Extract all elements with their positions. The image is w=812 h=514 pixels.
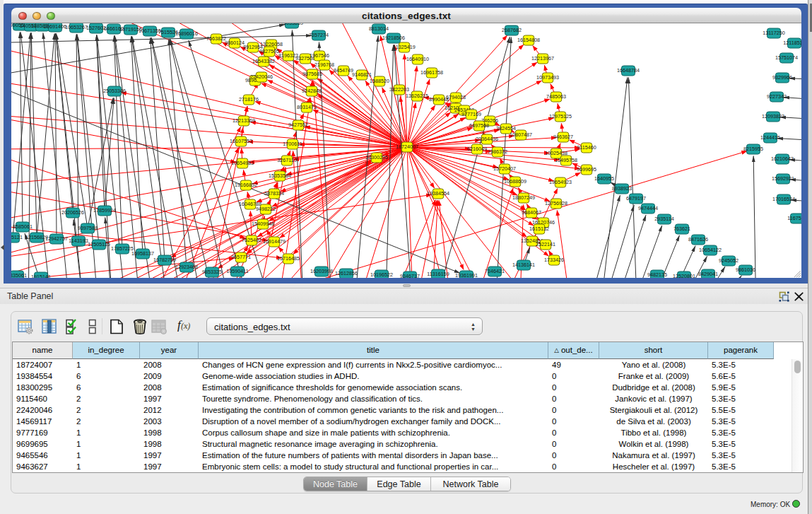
graph-node[interactable]: 1244415 xyxy=(760,133,780,143)
graph-node[interactable]: 1167533 xyxy=(787,214,801,223)
tab-node-table[interactable]: Node Table xyxy=(304,477,367,491)
graph-node[interactable]: 15692921 xyxy=(772,174,794,184)
graph-node[interactable]: 16107553 xyxy=(230,136,252,146)
table-vertical-scrollbar[interactable] xyxy=(792,359,803,472)
graph-node[interactable]: 9684067 xyxy=(522,208,541,218)
graph-node[interactable]: 16203998 xyxy=(310,267,333,276)
table-row[interactable]: 1456911722003Disruption of a novel membe… xyxy=(13,416,791,427)
table-row[interactable]: 969969511998Structural magnetic resonanc… xyxy=(13,438,791,450)
graph-node[interactable]: 2718176 xyxy=(239,95,259,105)
table-row[interactable]: 1830029562008Estimation of significance … xyxy=(13,382,791,393)
graph-node[interactable]: 1588520 xyxy=(370,76,389,86)
graph-node[interactable]: 9657771 xyxy=(231,252,251,262)
graph-node[interactable]: 16896016 xyxy=(175,29,198,39)
graph-node[interactable]: 1527602 xyxy=(86,23,106,33)
scrollbar-thumb[interactable] xyxy=(794,361,801,373)
graph-node[interactable]: 9498222 xyxy=(256,204,276,214)
graph-node[interactable]: 17857225 xyxy=(111,244,134,254)
column-header-pagerank[interactable]: pagerank xyxy=(708,342,774,359)
graph-node[interactable]: 7346421 xyxy=(485,267,505,276)
graph-node[interactable]: 16640910 xyxy=(406,54,429,64)
graph-node[interactable]: 9335061 xyxy=(11,271,27,278)
row-height-icon[interactable] xyxy=(87,318,98,335)
graph-node[interactable]: 12612856 xyxy=(335,269,358,278)
graph-node[interactable]: 19218506 xyxy=(382,33,405,43)
graph-node[interactable]: 8938923 xyxy=(612,184,632,194)
graph-node[interactable]: 10590411 xyxy=(226,267,248,276)
graph-node[interactable]: 6479197 xyxy=(626,194,646,204)
graph-node[interactable]: 9861036 xyxy=(736,265,755,275)
column-select-icon[interactable] xyxy=(41,318,58,335)
graph-node[interactable]: 13626215 xyxy=(406,91,428,101)
graph-node[interactable]: 12213369 xyxy=(233,116,255,126)
graph-node[interactable]: 15751074 xyxy=(775,53,798,63)
graph-node[interactable]: 8031473 xyxy=(297,103,317,112)
tab-network-table[interactable]: Network Table xyxy=(431,477,510,491)
column-header-year[interactable]: year xyxy=(140,342,199,359)
graph-node[interactable]: 2935114 xyxy=(654,214,673,224)
graph-node[interactable]: 9397588 xyxy=(78,223,98,233)
graph-node[interactable]: 14136141 xyxy=(512,260,535,270)
graph-node[interactable]: 12118536 xyxy=(783,38,801,48)
collapse-left-panel-icon[interactable] xyxy=(1,245,4,250)
graph-node[interactable]: 18807249 xyxy=(512,193,535,203)
graph-node[interactable]: 5878334 xyxy=(264,189,284,199)
graph-node[interactable]: 8471626 xyxy=(688,235,708,245)
table-source-combobox[interactable]: citations_edges.txt ▲▼ xyxy=(206,317,483,335)
graph-node[interactable]: 9827505 xyxy=(259,47,279,57)
table-row[interactable]: 911546021997Tourette syndrome. Phenomeno… xyxy=(13,393,791,404)
graph-node[interactable]: 19654923 xyxy=(549,177,572,187)
graph-node[interactable]: 8813014 xyxy=(369,24,389,34)
table-settings-icon[interactable] xyxy=(17,318,34,335)
network-window-titlebar[interactable]: citations_edges.txt xyxy=(11,8,801,23)
graph-node[interactable]: 10196522 xyxy=(370,270,393,278)
graph-node[interactable]: 11325419 xyxy=(393,42,415,52)
graph-node[interactable]: 9245052 xyxy=(719,256,739,266)
network-view-window[interactable]: citations_edges.txt 99055731405571318858… xyxy=(4,4,808,284)
graph-node[interactable]: 9115460 xyxy=(577,143,596,153)
graph-node[interactable]: 16154808 xyxy=(517,35,540,45)
graph-node[interactable]: 11316159 xyxy=(427,269,449,278)
graph-node[interactable]: 16961758 xyxy=(420,68,443,78)
graph-node[interactable]: 16033839 xyxy=(281,23,303,28)
function-builder-icon[interactable]: f(x) xyxy=(177,318,206,332)
table-row[interactable]: 2242004622012Investigating the contribut… xyxy=(13,404,791,416)
graph-node[interactable]: 16914479 xyxy=(263,237,286,247)
graph-node[interactable]: 1143193 xyxy=(69,236,88,246)
delete-trash-icon[interactable] xyxy=(131,318,148,335)
graph-node[interactable]: 15720407 xyxy=(493,164,516,174)
graph-node[interactable]: 7485063 xyxy=(546,92,566,102)
graph-node[interactable]: 10807487 xyxy=(510,130,532,140)
graph-node[interactable]: 16210643 xyxy=(771,154,794,164)
tab-edge-table[interactable]: Edge Table xyxy=(367,477,431,491)
graph-node[interactable]: 12093822 xyxy=(762,112,784,122)
graph-node[interactable]: 10973493 xyxy=(536,73,559,83)
graph-node[interactable]: 9474444 xyxy=(638,204,658,214)
float-window-icon[interactable] xyxy=(779,291,789,302)
graph-node[interactable]: 13117250 xyxy=(763,28,784,38)
column-header-title[interactable]: title xyxy=(199,342,548,359)
resize-grip-icon[interactable] xyxy=(794,271,801,277)
graph-node[interactable]: 19361991 xyxy=(455,271,478,278)
network-canvas[interactable]: 9905573140557131885834520691406106532671… xyxy=(11,23,801,278)
graph-node[interactable]: 8215955 xyxy=(743,144,763,154)
column-header-out-de-[interactable]: △out_de... xyxy=(548,342,599,359)
panel-splitter-handle[interactable] xyxy=(403,284,411,287)
graph-node[interactable]: 9482135 xyxy=(647,270,667,278)
graph-node[interactable]: 3915121 xyxy=(11,233,23,243)
column-header-short[interactable]: short xyxy=(599,342,708,359)
graph-node[interactable]: 12520801 xyxy=(673,271,695,278)
graph-node[interactable]: 10654122 xyxy=(699,245,722,255)
graph-node[interactable]: 6497568 xyxy=(469,121,489,131)
graph-node[interactable]: 12213967 xyxy=(531,54,554,64)
graph-node[interactable]: 9875685 xyxy=(302,69,322,79)
graph-node[interactable]: 6794028 xyxy=(446,93,466,103)
table-row[interactable]: 946362711997Embryonic stem cells: a mode… xyxy=(13,461,791,472)
graph-node[interactable]: 1640955 xyxy=(594,174,614,184)
graph-node[interactable]: 25053346 xyxy=(103,86,126,96)
graph-node[interactable]: 10653267 xyxy=(65,23,88,33)
table-row[interactable]: 946554611997Estimation of the future num… xyxy=(13,450,791,461)
graph-node[interactable]: 9146821 xyxy=(352,70,372,80)
graph-node[interactable]: 1615132 xyxy=(529,224,549,234)
graph-node[interactable]: 17859924 xyxy=(93,206,116,216)
